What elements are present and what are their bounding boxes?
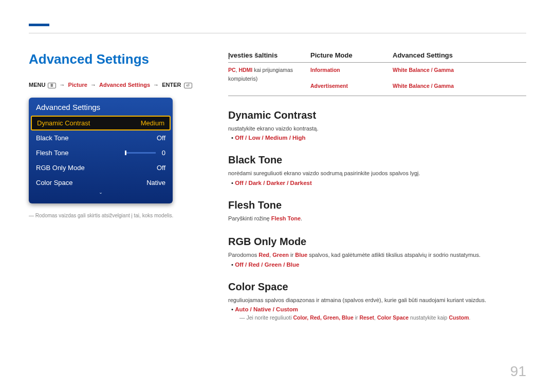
section-color-space-title: Color Space [228, 281, 526, 293]
table-header-row: Įvesties šaltinis Picture Mode Advanced … [228, 51, 526, 63]
section-flesh-tone-title: Flesh Tone [228, 199, 526, 211]
section-dynamic-contrast-options: Off / Low / Medium / High [231, 135, 526, 141]
section-rgb-desc: Parodomos Red, Green ir Blue spalvos, ka… [228, 251, 526, 259]
breadcrumb-enter: ENTER [162, 82, 181, 88]
section-color-space-desc: reguliuojamas spalvos diapazonas ir atma… [228, 296, 526, 305]
td-input-source: PC, HDMI kai prijungiamas kompiuteris) [228, 66, 310, 90]
tv-menu-label: Dynamic Contrast [37, 119, 90, 127]
menu-icon: Ⅲ [48, 83, 56, 88]
options-text: Off / Low / Medium / High [235, 135, 305, 141]
tv-menu-value: Off [157, 134, 165, 142]
desc-red-g: Green [272, 252, 289, 258]
header-rule [29, 33, 526, 33]
options-text: Auto / Native / Custom [235, 306, 298, 312]
enter-icon: ⏎ [184, 83, 192, 88]
tv-menu-value-wrap: 0 [125, 149, 165, 157]
section-dynamic-contrast-desc: nustatykite ekrano vaizdo kontrastą. [228, 124, 526, 133]
tv-menu-value: Medium [141, 119, 164, 127]
section-black-tone-title: Black Tone [228, 154, 526, 166]
arrow-icon: → [153, 82, 159, 88]
note-cs: Color Space [377, 314, 409, 321]
td-advanced: White Balance / Gamma White Balance / Ga… [393, 66, 526, 90]
breadcrumb: MENU Ⅲ → Picture → Advanced Settings → E… [29, 82, 203, 88]
tv-menu-row-flesh-tone[interactable]: Flesh Tone 0 [29, 145, 173, 160]
breadcrumb-menu: MENU [29, 82, 45, 88]
options-text: Off / Red / Green / Blue [235, 262, 299, 268]
tv-menu-value: 0 [162, 149, 165, 157]
tv-menu-label: Flesh Tone [36, 149, 68, 157]
desc-red-r: Red [258, 252, 269, 258]
section-rgb-title: RGB Only Mode [228, 236, 526, 248]
tv-menu-title: Advanced Settings [29, 98, 173, 116]
section-color-space-options: Auto / Native / Custom [231, 306, 526, 312]
options-text: Off / Dark / Darker / Darkest [235, 180, 312, 186]
section-dynamic-contrast-title: Dynamic Contrast [228, 109, 526, 121]
tv-menu-value: Off [157, 164, 165, 172]
footnote-text: Rodomas vaizdas gali skirtis atsižvelgia… [35, 213, 173, 218]
desc-pre: Paryškinti rožinę [228, 215, 271, 221]
breadcrumb-advanced: Advanced Settings [99, 82, 150, 88]
header-accent [29, 24, 49, 26]
desc-red: Flesh Tone [271, 215, 301, 221]
footnote: ― Rodomas vaizdas gali skirtis atsižvelg… [29, 213, 203, 218]
chevron-down-icon[interactable]: ˇ [29, 190, 173, 200]
tv-menu-label: Black Tone [36, 134, 68, 142]
tv-menu-row-black-tone[interactable]: Black Tone Off [29, 130, 173, 145]
desc-post: . [301, 215, 302, 221]
note-items: Color, Red, Green, Blue [293, 314, 353, 321]
page-number: 91 [510, 363, 526, 380]
note-end: . [469, 314, 470, 321]
td-wb-gamma-2: White Balance / Gamma [393, 82, 526, 90]
section-black-tone-options: Off / Dark / Darker / Darkest [231, 180, 526, 186]
td-pc: PC [228, 67, 236, 73]
right-column: Įvesties šaltinis Picture Mode Advanced … [228, 51, 526, 322]
desc-red-b: Blue [295, 252, 307, 258]
tv-menu-panel: Advanced Settings Dynamic Contrast Mediu… [29, 98, 173, 203]
tv-menu-label: RGB Only Mode [36, 164, 85, 172]
note-custom: Custom [449, 314, 469, 321]
tv-menu-row-rgb-only[interactable]: RGB Only Mode Off [29, 160, 173, 175]
tv-menu-label: Color Space [36, 179, 73, 186]
breadcrumb-picture: Picture [68, 82, 87, 88]
note-reset: Reset [359, 314, 374, 321]
left-column: Advanced Settings MENU Ⅲ → Picture → Adv… [29, 51, 203, 322]
note-pre: Jei norite reguliuoti [246, 314, 293, 321]
section-color-space-note: Jei norite reguliuoti Color, Red, Green,… [239, 314, 526, 322]
section-flesh-tone-desc: Paryškinti rožinę Flesh Tone. [228, 214, 526, 223]
table-body: PC, HDMI kai prijungiamas kompiuteris) I… [228, 66, 526, 96]
th-input-source: Įvesties šaltinis [228, 51, 310, 59]
desc-post: spalvos, kad galėtumėte atlikti tikslius… [307, 252, 480, 258]
td-hdmi: HDMI [238, 67, 252, 73]
arrow-icon: → [60, 82, 65, 88]
section-rgb-options: Off / Red / Green / Blue [231, 262, 526, 268]
th-picture-mode: Picture Mode [310, 51, 393, 59]
td-information: Information [310, 66, 393, 74]
section-black-tone-desc: norėdami sureguliuoti ekrano vaizdo sodr… [228, 169, 526, 178]
tv-menu-row-color-space[interactable]: Color Space Native [29, 175, 173, 190]
page-body: Advanced Settings MENU Ⅲ → Picture → Adv… [29, 51, 526, 322]
td-picture-mode: Information Advertisement [310, 66, 393, 90]
slider-icon [125, 152, 156, 154]
th-advanced-settings: Advanced Settings [393, 51, 526, 59]
desc-pre: Parodomos [228, 252, 258, 258]
td-wb-gamma-1: White Balance / Gamma [393, 66, 526, 74]
td-advertisement: Advertisement [310, 82, 393, 90]
page-title: Advanced Settings [29, 51, 203, 67]
tv-menu-row-dynamic-contrast[interactable]: Dynamic Contrast Medium [31, 116, 171, 130]
tv-menu-value: Native [146, 179, 165, 186]
note-post: nustatykite kaip [409, 314, 449, 321]
note-mid: ir [354, 314, 360, 321]
arrow-icon: → [90, 82, 96, 88]
